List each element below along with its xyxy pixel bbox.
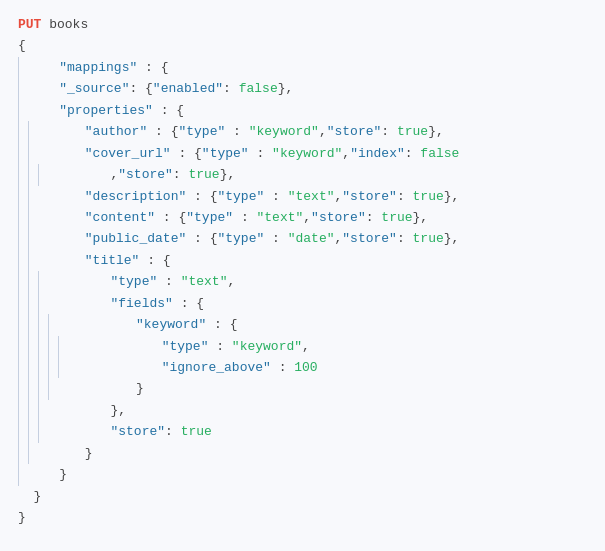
code-block: PUT books { "mappings" : { "_source": {"… [0,0,605,551]
index-name: books [49,17,88,32]
http-method: PUT [18,17,41,32]
